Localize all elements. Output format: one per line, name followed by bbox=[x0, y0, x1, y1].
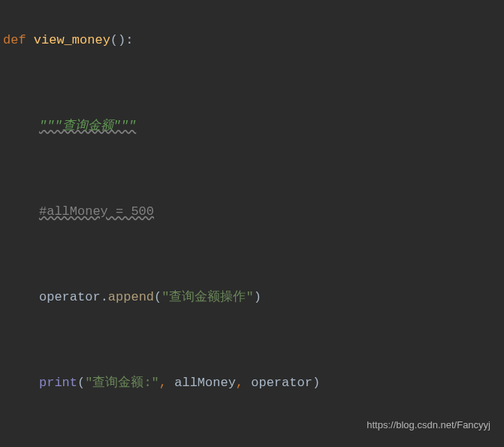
blank-line bbox=[3, 331, 501, 349]
identifier: operator bbox=[39, 290, 101, 304]
code-line-1: def view_money(): bbox=[3, 29, 501, 50]
code-line-2: """查询金额""" bbox=[3, 115, 501, 136]
blank-line bbox=[3, 245, 501, 264]
open-paren: ( bbox=[154, 290, 161, 304]
watermark: https://blog.csdn.net/Fancyyj bbox=[367, 416, 490, 433]
function-name: view_money bbox=[26, 33, 110, 47]
code-line-4: operator.append("查询金额操作") bbox=[3, 286, 501, 307]
code-line-5: print("查询金额:", allMoney, operator) bbox=[3, 372, 501, 393]
close-paren: ) bbox=[312, 376, 320, 390]
comma: , bbox=[236, 376, 243, 390]
close-paren: ) bbox=[254, 290, 261, 304]
open-paren: ( bbox=[77, 376, 85, 390]
docstring: """查询金额""" bbox=[39, 119, 136, 133]
dot: . bbox=[101, 290, 108, 304]
variable: allMoney bbox=[167, 376, 236, 390]
blank-line bbox=[3, 159, 501, 177]
code-block: def view_money(): """查询金额""" #allMoney =… bbox=[3, 6, 501, 447]
comment: #allMoney = 500 bbox=[39, 204, 154, 219]
string-literal: "查询金额操作" bbox=[161, 290, 253, 304]
code-line-3: #allMoney = 500 bbox=[3, 201, 501, 222]
builtin-function: print bbox=[39, 376, 77, 390]
comma: , bbox=[159, 376, 167, 390]
parentheses: () bbox=[110, 33, 125, 47]
variable: operator bbox=[243, 376, 312, 390]
keyword-def: def bbox=[3, 33, 26, 47]
method-call: append bbox=[108, 290, 154, 304]
blank-line bbox=[3, 73, 501, 92]
colon: : bbox=[125, 33, 133, 47]
string-literal: "查询金额:" bbox=[85, 376, 159, 390]
